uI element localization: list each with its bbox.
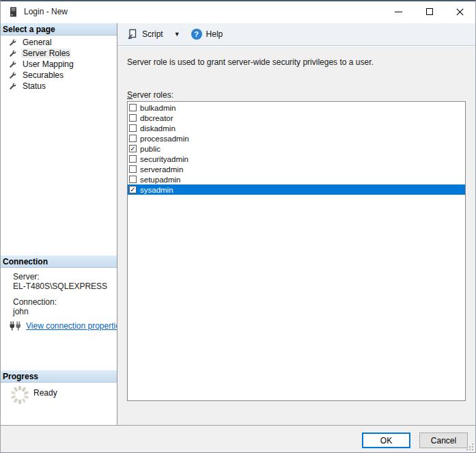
checkbox-unchecked-icon[interactable] bbox=[129, 165, 137, 173]
wrench-icon bbox=[9, 72, 16, 79]
close-button[interactable] bbox=[445, 1, 475, 22]
cancel-button[interactable]: Cancel bbox=[419, 433, 468, 448]
connection-label: Connection: bbox=[13, 297, 57, 307]
connection-value: john bbox=[13, 307, 29, 316]
role-row-sysadmin[interactable]: ✓sysadmin bbox=[128, 184, 465, 195]
resize-grip[interactable] bbox=[465, 442, 473, 450]
minimize-icon bbox=[395, 12, 402, 12]
sidebar-item-label: Status bbox=[21, 81, 47, 91]
help-label: Help bbox=[206, 29, 223, 39]
login-new-dialog: Login - New Select a page GeneralServer … bbox=[0, 0, 476, 453]
server-label: Server: bbox=[13, 272, 40, 282]
sidebar-item-user-mapping[interactable]: User Mapping bbox=[1, 59, 117, 70]
plug-icon bbox=[10, 321, 21, 331]
role-label: serveradmin bbox=[140, 165, 183, 174]
help-icon: ? bbox=[191, 29, 202, 40]
sidebar-item-label: General bbox=[21, 38, 53, 47]
sidebar-item-label: Securables bbox=[21, 70, 65, 80]
page-description: Server role is used to grant server-wide… bbox=[127, 57, 374, 67]
role-row-setupadmin[interactable]: setupadmin bbox=[128, 174, 465, 184]
checkbox-checked-icon[interactable]: ✓ bbox=[129, 186, 137, 193]
role-row-bulkadmin[interactable]: bulkadmin bbox=[128, 102, 465, 113]
checkbox-unchecked-icon[interactable] bbox=[129, 176, 137, 183]
script-label: Script bbox=[142, 29, 163, 39]
role-label: setupadmin bbox=[140, 176, 180, 184]
ok-button[interactable]: OK bbox=[362, 433, 410, 448]
progress-spinner-icon bbox=[9, 384, 31, 408]
progress-status: Ready bbox=[33, 388, 57, 398]
checkbox-unchecked-icon[interactable] bbox=[129, 104, 137, 111]
sidebar-item-general[interactable]: General bbox=[1, 37, 117, 48]
wrench-icon bbox=[9, 61, 16, 68]
role-label: bulkadmin bbox=[140, 104, 176, 112]
sidebar-item-status[interactable]: Status bbox=[1, 81, 117, 92]
maximize-icon bbox=[426, 8, 433, 15]
checkbox-unchecked-icon[interactable] bbox=[129, 124, 137, 132]
role-row-serveradmin[interactable]: serveradmin bbox=[128, 164, 465, 174]
window-title: Login - New bbox=[24, 7, 68, 16]
view-connection-properties-link[interactable]: View connection properties bbox=[26, 321, 124, 331]
role-label: dbcreator bbox=[140, 114, 173, 122]
script-icon bbox=[127, 29, 138, 40]
role-label: sysadmin bbox=[140, 186, 173, 194]
close-icon bbox=[456, 8, 464, 16]
window-controls bbox=[383, 1, 475, 22]
role-label: diskadmin bbox=[140, 124, 176, 133]
sidebar-item-securables[interactable]: Securables bbox=[1, 70, 117, 81]
role-row-public[interactable]: ✓public bbox=[128, 143, 465, 154]
help-button[interactable]: ? Help bbox=[190, 25, 225, 43]
page-list: GeneralServer RolesUser MappingSecurable… bbox=[1, 37, 117, 92]
minimize-button[interactable] bbox=[383, 1, 414, 22]
script-dropdown-caret-icon[interactable]: ▼ bbox=[171, 31, 183, 38]
checkbox-unchecked-icon[interactable] bbox=[129, 155, 137, 163]
wrench-icon bbox=[9, 50, 16, 57]
wrench-icon bbox=[9, 39, 16, 46]
server-roles-listbox[interactable]: bulkadmindbcreatordiskadminprocessadmin✓… bbox=[127, 101, 466, 401]
title-bar[interactable]: Login - New bbox=[1, 1, 475, 22]
sidebar-item-server-roles[interactable]: Server Roles bbox=[1, 48, 117, 59]
server-roles-page: Server role is used to grant server-wide… bbox=[117, 46, 475, 425]
script-button[interactable]: Script bbox=[126, 25, 165, 43]
role-row-diskadmin[interactable]: diskadmin bbox=[128, 123, 465, 133]
server-value: EL-T480S\SQLEXPRESS bbox=[13, 282, 107, 291]
sidebar-item-label: User Mapping bbox=[21, 59, 75, 69]
role-row-securityadmin[interactable]: securityadmin bbox=[128, 154, 465, 164]
role-label: public bbox=[140, 145, 160, 153]
dialog-toolbar: Script ▼ ? Help bbox=[117, 23, 475, 46]
role-label: processadmin bbox=[140, 135, 189, 143]
role-label: securityadmin bbox=[140, 155, 188, 163]
maximize-button[interactable] bbox=[414, 1, 445, 22]
connection-header: Connection bbox=[1, 256, 117, 268]
checkbox-unchecked-icon[interactable] bbox=[129, 114, 137, 122]
role-row-dbcreator[interactable]: dbcreator bbox=[128, 113, 465, 123]
view-connection-properties[interactable]: View connection properties bbox=[10, 321, 124, 331]
wrench-icon bbox=[9, 83, 16, 90]
sidebar-item-label: Server Roles bbox=[21, 49, 71, 58]
select-a-page-header: Select a page bbox=[1, 23, 117, 36]
server-roles-label: Server roles: bbox=[127, 90, 173, 100]
role-row-processadmin[interactable]: processadmin bbox=[128, 133, 465, 143]
checkbox-unchecked-icon[interactable] bbox=[129, 135, 137, 142]
footer-bar: OK Cancel bbox=[1, 426, 475, 453]
progress-header: Progress bbox=[1, 370, 117, 383]
server-app-icon bbox=[8, 6, 18, 17]
checkbox-checked-icon[interactable]: ✓ bbox=[129, 145, 137, 152]
